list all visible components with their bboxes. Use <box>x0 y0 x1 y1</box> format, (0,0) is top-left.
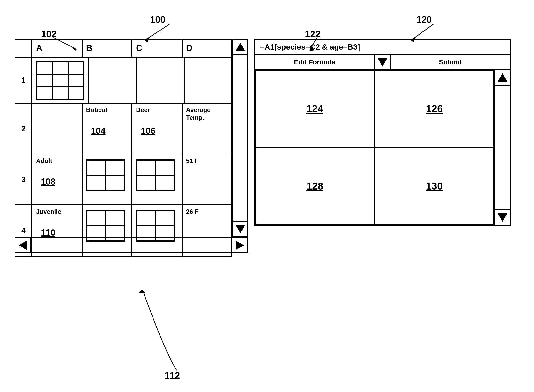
result-cells: 124 126 128 130 <box>255 70 494 225</box>
sub-c3-3 <box>137 175 155 190</box>
sub-a1-8 <box>53 87 68 99</box>
sub-b3-2 <box>106 160 124 175</box>
result-cell-126[interactable]: 126 <box>375 70 494 147</box>
row-3: 3 Adult 108 51 F <box>15 154 231 205</box>
spreadsheet-header: A B C D <box>15 40 231 58</box>
sub-a1-2 <box>53 62 68 74</box>
col-header-c: C <box>132 40 183 57</box>
sub-a1-3 <box>68 62 84 74</box>
label-120: 120 <box>416 15 432 25</box>
sub-b3-3 <box>87 175 106 190</box>
label-102: 102 <box>41 29 56 39</box>
scroll-track-vertical <box>233 55 247 221</box>
cell-b1[interactable] <box>89 58 137 103</box>
scroll-right-button[interactable] <box>231 238 247 252</box>
scroll-track-horizontal <box>31 238 231 252</box>
result-grid: 124 126 128 130 <box>254 70 511 226</box>
spreadsheet: A B C D 1 2 Bobcat <box>15 39 232 257</box>
formula-text: =A1[species=C2 & age=B3] <box>260 43 360 51</box>
cell-a4-text: Juvenile <box>36 208 61 215</box>
scroll-down-icon <box>236 225 245 233</box>
sub-a1-7 <box>37 87 53 99</box>
cell-d2-text: AverageTemp. <box>186 106 211 121</box>
row-1-header: 1 <box>15 58 32 103</box>
sub-a1-5 <box>53 74 68 87</box>
submit-button[interactable]: Submit <box>391 55 510 69</box>
dropdown-button[interactable] <box>375 55 391 69</box>
col-header-b: B <box>83 40 133 57</box>
svg-line-4 <box>412 24 433 40</box>
sub-b3-1 <box>87 160 106 175</box>
sub-a1-4 <box>37 74 53 87</box>
sub-c4-1 <box>137 211 155 226</box>
col-header-d: D <box>183 40 232 57</box>
ref-106: 106 <box>141 126 178 136</box>
cell-c1[interactable] <box>137 58 184 103</box>
ref-104: 104 <box>91 126 128 136</box>
label-100: 100 <box>150 15 165 25</box>
right-scroll-down-button[interactable] <box>495 209 510 225</box>
right-scrollbar[interactable] <box>494 70 510 225</box>
cell-d2[interactable]: AverageTemp. <box>183 104 232 154</box>
row-1: 1 <box>15 58 231 104</box>
row-3-header: 3 <box>15 154 32 204</box>
sub-a1-6 <box>68 74 84 87</box>
cell-a3[interactable]: Adult 108 <box>32 154 83 204</box>
cell-b3[interactable] <box>83 154 133 204</box>
scroll-up-button[interactable] <box>233 40 247 55</box>
sub-a1-1 <box>37 62 53 74</box>
sub-b4-1 <box>87 211 106 226</box>
svg-marker-8 <box>139 289 145 293</box>
right-scroll-down-icon <box>498 213 507 222</box>
cell-a2[interactable] <box>32 104 83 154</box>
sub-a1-9 <box>68 87 84 99</box>
edit-formula-button[interactable]: Edit Formula <box>255 55 375 69</box>
ref-110: 110 <box>41 228 78 238</box>
formula-controls: Edit Formula Submit <box>254 55 511 70</box>
scroll-down-button[interactable] <box>233 221 247 236</box>
cell-c3[interactable] <box>132 154 183 204</box>
scroll-left-button[interactable] <box>15 238 31 252</box>
ref-108: 108 <box>41 177 78 187</box>
cell-d4-text: 26 F <box>186 208 199 215</box>
row-2: 2 Bobcat 104 Deer 106 AverageTemp. <box>15 104 231 154</box>
right-scroll-up-button[interactable] <box>495 70 510 86</box>
right-panel: =A1[species=C2 & age=B3] Edit Formula Su… <box>254 39 511 226</box>
result-cell-128[interactable]: 128 <box>255 147 375 225</box>
scroll-left-icon <box>19 240 27 250</box>
cell-d3-text: 51 F <box>186 157 199 164</box>
result-cell-124[interactable]: 124 <box>255 70 375 147</box>
sub-b3-4 <box>106 175 124 190</box>
cell-a1[interactable] <box>32 58 89 103</box>
label-122: 122 <box>305 29 320 39</box>
horizontal-scrollbar[interactable] <box>15 237 248 253</box>
col-header-a: A <box>32 40 83 57</box>
sub-b4-2 <box>106 211 124 226</box>
cell-c2-text: Deer <box>136 106 150 114</box>
cell-d3[interactable]: 51 F <box>183 154 232 204</box>
cell-a3-text: Adult <box>36 157 52 164</box>
right-scroll-track <box>495 86 510 209</box>
sub-c4-2 <box>155 211 174 226</box>
formula-bar: =A1[species=C2 & age=B3] <box>254 39 511 55</box>
dropdown-icon <box>378 58 387 67</box>
scroll-right-icon <box>236 240 244 250</box>
vertical-scrollbar[interactable] <box>232 39 248 237</box>
right-scroll-up-icon <box>498 73 507 82</box>
cell-c2[interactable]: Deer 106 <box>132 104 183 154</box>
label-112: 112 <box>165 370 180 381</box>
result-cell-130[interactable]: 130 <box>375 147 494 225</box>
svg-line-0 <box>145 24 169 40</box>
sub-c3-1 <box>137 160 155 175</box>
scroll-up-icon <box>236 43 245 51</box>
corner-cell <box>15 40 32 57</box>
row-2-header: 2 <box>15 104 32 154</box>
cell-d1[interactable] <box>185 58 231 103</box>
cell-b2[interactable]: Bobcat 104 <box>83 104 133 154</box>
cell-b2-text: Bobcat <box>86 106 107 114</box>
sub-c3-2 <box>155 160 174 175</box>
sub-c3-4 <box>155 175 174 190</box>
